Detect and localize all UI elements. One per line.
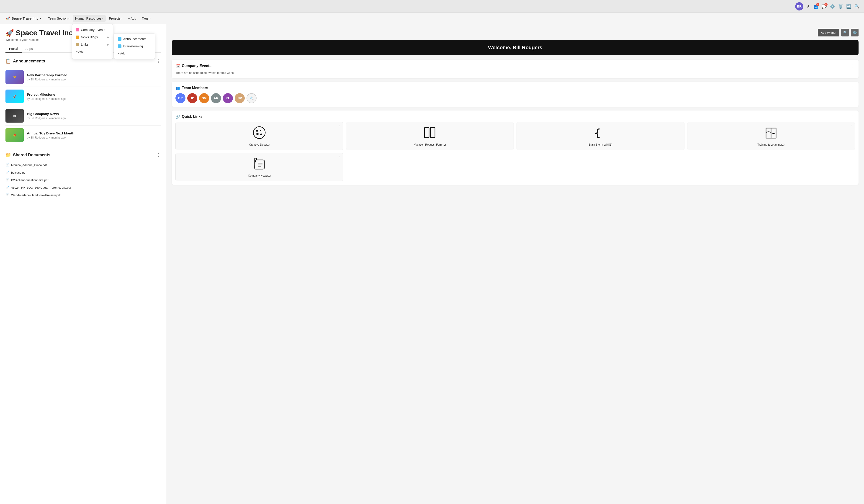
svg-point-1 — [256, 133, 259, 135]
brand-nav-item[interactable]: 🚀 Space Travel Inc ▾ — [4, 15, 43, 22]
doc-item[interactable]: 📄 46024_FP_BOQ_360 Cada - Toronto, ON.pd… — [5, 184, 161, 191]
announcements-icon: 📋 — [5, 58, 11, 64]
newsblogs-subdropdown: Announcements Brainstorming + Add — [114, 33, 155, 59]
quick-link-company-news[interactable]: ⋮ Company News(1) — [176, 153, 343, 181]
doc-more-4[interactable]: ⋮ — [157, 186, 161, 189]
sub-add-button[interactable]: + Add — [114, 50, 155, 57]
announcement-item[interactable]: 🎁 Annual Toy Drive Next Month by Bill Ro… — [5, 125, 161, 145]
doc-left-3: 📄 B2B-client-questionnaire.pdf — [5, 178, 48, 182]
star-icon[interactable]: ★ — [807, 4, 810, 9]
main-layout: 🚀 Space Travel Inc Welcome to your Noodl… — [0, 24, 864, 504]
quick-link-more-2[interactable]: ⋮ — [508, 124, 512, 128]
doc-more-1[interactable]: ⋮ — [157, 163, 161, 167]
quick-link-vacation-form[interactable]: ⋮ Vacation Request Form(1) — [346, 122, 514, 150]
users-icon[interactable]: 👥 0 — [813, 4, 818, 9]
team-avatar-search[interactable]: 🔍 — [247, 93, 256, 103]
sub-brainstorming[interactable]: Brainstorming — [114, 43, 155, 50]
quick-link-creative-docs[interactable]: ⋮ Creative Docs(1) — [176, 122, 343, 150]
doc-more-5[interactable]: ⋮ — [157, 193, 161, 197]
announcement-title-3: Big Company News — [27, 112, 161, 116]
logout-icon[interactable]: ➡️ — [846, 4, 851, 9]
announcement-title-4: Annual Toy Drive Next Month — [27, 131, 161, 135]
announcement-item[interactable]: 📰 Big Company News by Bill Rodgers at 4 … — [5, 106, 161, 125]
quick-link-more-3[interactable]: ⋮ — [679, 124, 682, 128]
sub-announcements[interactable]: Announcements — [114, 35, 155, 43]
creative-docs-icon — [252, 126, 266, 141]
announcement-thumb-3: 📰 — [5, 109, 24, 123]
tab-portal[interactable]: Portal — [5, 45, 22, 53]
tab-apps[interactable]: Apps — [22, 45, 36, 53]
brainstorming-sub-label: Brainstorming — [123, 45, 143, 48]
nav-item-add[interactable]: + Add — [126, 15, 139, 22]
add-widget-button[interactable]: Add Widget — [818, 29, 839, 36]
announcement-info-3: Big Company News by Bill Rodgers at 4 mo… — [27, 112, 161, 120]
links-arrow: ▶ — [107, 43, 109, 46]
top-bar-icons: BR ★ 👥 0 💬 0 ⚙️ 🗑️ ➡️ 🔍 — [795, 2, 860, 11]
search-icon[interactable]: 🔍 — [854, 4, 860, 9]
doc-name-4: 46024_FP_BOQ_360 Cada - Toronto, ON.pdf — [11, 186, 71, 189]
team-avatar-placeholder-6: NP — [235, 93, 245, 103]
search-toolbar-button[interactable]: 🔍 — [841, 29, 849, 36]
nav-tags-label: Tags — [142, 17, 148, 20]
shared-docs-title-label: Shared Documents — [13, 153, 50, 157]
quick-link-training[interactable]: ⋮ Training & Learning(1) — [687, 122, 855, 150]
company-events-widget-more[interactable]: ⋮ — [851, 63, 855, 68]
doc-item[interactable]: 📄 Web-Interface-Handbook-Preview.pdf ⋮ — [5, 191, 161, 199]
doc-item[interactable]: 📄 B2B-client-questionnaire.pdf ⋮ — [5, 176, 161, 184]
announcement-info-4: Annual Toy Drive Next Month by Bill Rodg… — [27, 131, 161, 139]
team-avatar-1[interactable]: BR — [176, 93, 185, 103]
quick-link-label-3: Brain Storm Wiki(1) — [589, 143, 612, 146]
announcement-info-2: Project Milestone by Bill Rodgers at 4 m… — [27, 93, 161, 100]
nav-item-tags[interactable]: Tags ▾ — [140, 15, 153, 22]
company-events-widget-title: 📅 Company Events — [176, 64, 212, 68]
hr-news-blogs[interactable]: News Blogs ▶ — [72, 34, 113, 41]
team-members-widget-more[interactable]: ⋮ — [851, 85, 855, 91]
nav-item-team-section[interactable]: Team Section ▾ — [46, 15, 72, 22]
brand-label: Space Travel Inc — [12, 16, 38, 20]
quick-link-brainstorm-wiki[interactable]: ⋮ { } Brain Storm Wiki(1) — [517, 122, 684, 150]
svg-text:{ }: { } — [595, 127, 607, 139]
trash-icon[interactable]: 🗑️ — [838, 4, 843, 9]
team-avatar-3[interactable]: SM — [199, 93, 209, 103]
announcement-item[interactable]: 🚀 Project Milestone by Bill Rodgers at 4… — [5, 87, 161, 106]
training-icon — [764, 126, 778, 141]
team-avatar-6[interactable]: NP — [235, 93, 245, 103]
doc-item[interactable]: 📄 Monica_Adriana_Dinca.pdf ⋮ — [5, 161, 161, 169]
team-avatar-5[interactable]: KL — [223, 93, 233, 103]
team-avatar-placeholder-3: SM — [199, 93, 209, 103]
team-avatar-placeholder-4: AR — [211, 93, 221, 103]
hr-add-button[interactable]: + Add — [72, 48, 113, 55]
quick-links-second-row: ⋮ Company News(1) — [176, 153, 855, 181]
announcements-more[interactable]: ⋮ — [157, 59, 161, 63]
doc-more-2[interactable]: ⋮ — [157, 171, 161, 174]
team-avatar-4[interactable]: AR — [211, 93, 221, 103]
company-events-empty: There are no scheduled events for this w… — [176, 71, 855, 74]
nav-projects-label: Projects — [109, 17, 121, 20]
nav-item-projects[interactable]: Projects ▾ — [107, 15, 125, 22]
bell-icon[interactable]: 💬 0 — [821, 4, 827, 9]
doc-more-3[interactable]: ⋮ — [157, 178, 161, 182]
top-bar: BR ★ 👥 0 💬 0 ⚙️ 🗑️ ➡️ 🔍 — [0, 0, 864, 13]
avatar[interactable]: BR — [795, 2, 803, 11]
right-panel: Add Widget 🔍 ⚙️ Welcome, Bill Rodgers 📅 … — [166, 24, 864, 504]
quick-links-widget-more[interactable]: ⋮ — [851, 114, 855, 119]
svg-point-2 — [260, 133, 262, 135]
hr-company-events[interactable]: Company Events — [72, 26, 113, 34]
team-avatar-2[interactable]: JD — [187, 93, 197, 103]
gear-icon[interactable]: ⚙️ — [830, 4, 835, 9]
settings-toolbar-button[interactable]: ⚙️ — [851, 29, 859, 36]
doc-name-1: Monica_Adriana_Dinca.pdf — [11, 163, 47, 167]
announcement-item[interactable]: 🤝 New Partnership Formed by Bill Rodgers… — [5, 68, 161, 87]
svg-point-0 — [253, 127, 265, 139]
quick-link-more-1[interactable]: ⋮ — [338, 124, 341, 128]
shared-docs-more[interactable]: ⋮ — [157, 153, 161, 157]
quick-link-more-4[interactable]: ⋮ — [850, 124, 853, 128]
hr-links[interactable]: Links ▶ — [72, 41, 113, 48]
announcement-thumb-4: 🎁 — [5, 128, 24, 142]
doc-item[interactable]: 📄 beicase.pdf ⋮ — [5, 169, 161, 176]
quick-link-label-4: Training & Learning(1) — [757, 143, 784, 146]
thumb-inner-4: 🎁 — [5, 128, 24, 142]
right-toolbar: Add Widget 🔍 ⚙️ — [172, 29, 859, 36]
quick-link-more-5[interactable]: ⋮ — [338, 155, 341, 159]
nav-item-human-resources[interactable]: Human Resources ▾ — [73, 15, 106, 22]
